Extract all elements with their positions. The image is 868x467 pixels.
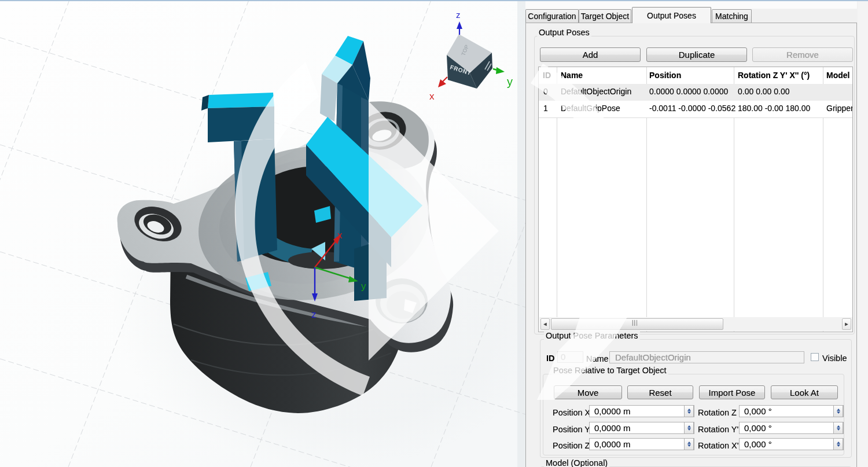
svg-text:x: x xyxy=(429,91,435,102)
svg-text:y: y xyxy=(361,281,366,292)
svg-text:z: z xyxy=(311,309,317,320)
svg-text:x: x xyxy=(337,230,343,241)
svg-text:y: y xyxy=(507,75,513,88)
svg-text:z: z xyxy=(456,10,461,20)
